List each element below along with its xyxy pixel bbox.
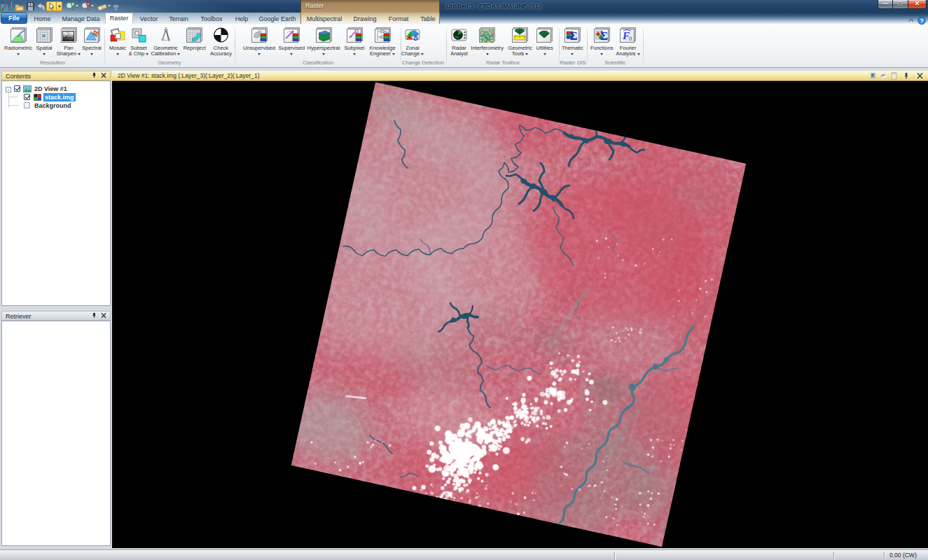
svg-text:δ: δ bbox=[413, 32, 418, 43]
svg-text:0: 0 bbox=[629, 36, 632, 42]
svg-text:?: ? bbox=[920, 18, 924, 24]
svg-text:Σ: Σ bbox=[600, 29, 608, 43]
svg-text:Σ: Σ bbox=[570, 30, 577, 42]
